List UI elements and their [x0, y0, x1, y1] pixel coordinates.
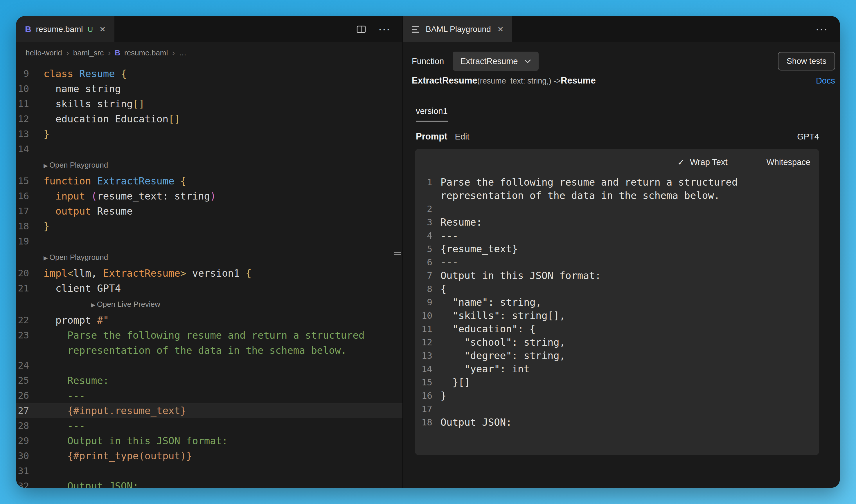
- editor-code-line[interactable]: 29Output in this JSON format:: [16, 433, 403, 448]
- editor-code-line[interactable]: 30{#print_type(output)}: [16, 448, 403, 463]
- prompt-line: 6---: [415, 255, 810, 269]
- code-text: class Resume {: [29, 66, 403, 81]
- code-text: {#print_type(output)}: [29, 448, 403, 463]
- prompt-card-toolbar: ✓ Wrap Text Whitespace: [415, 156, 810, 168]
- code-text: impl<llm, ExtractResume> version1 {: [29, 266, 403, 281]
- prompt-line: 13"degree": string,: [415, 349, 810, 362]
- editor-code-line[interactable]: 14: [16, 142, 403, 157]
- function-row: Function ExtractResume Show tests: [403, 51, 840, 71]
- line-number: 18: [415, 416, 432, 429]
- editor-pane: B resume.baml U ✕ ⋯ hello-world: [16, 16, 403, 488]
- line-number: 17: [415, 402, 432, 416]
- more-actions-icon[interactable]: ⋯: [815, 23, 827, 35]
- tab-version1[interactable]: version1: [416, 106, 448, 122]
- signature-arrow: ->: [551, 76, 561, 86]
- signature-return-type: Resume: [561, 75, 596, 86]
- breadcrumb-item-folder[interactable]: hello-world: [25, 49, 62, 57]
- docs-link[interactable]: Docs: [816, 76, 835, 86]
- code-text: Output JSON:: [29, 479, 403, 488]
- editor-code-line[interactable]: 9class Resume {: [16, 66, 403, 81]
- prompt-text: {: [432, 282, 810, 295]
- baml-file-icon: B: [25, 24, 31, 34]
- line-number: 17: [16, 203, 29, 219]
- prompt-text: Output in this JSON format:: [432, 269, 810, 282]
- code-text: prompt #": [29, 312, 403, 328]
- edit-link[interactable]: Edit: [455, 132, 469, 142]
- codelens-row[interactable]: ▶ Open Playground: [16, 249, 403, 266]
- prompt-text: Parse the following resume and return a …: [432, 176, 810, 202]
- editor-lines[interactable]: 9class Resume {10name string11skills str…: [16, 63, 403, 488]
- code-text: function ExtractResume {: [29, 174, 403, 188]
- line-number: 12: [16, 111, 29, 126]
- tab-baml-playground[interactable]: BAML Playground ✕: [403, 16, 512, 42]
- prompt-text: {resume_text}: [432, 242, 810, 255]
- editor-code-line[interactable]: 11skills string[]: [16, 96, 403, 111]
- editor-code-line[interactable]: 12education Education[]: [16, 111, 403, 126]
- breadcrumb-item-symbol[interactable]: …: [179, 49, 186, 57]
- editor-code-line[interactable]: 16input (resume_text: string): [16, 188, 403, 203]
- wrap-text-toggle[interactable]: Wrap Text: [690, 158, 727, 167]
- pane-resize-handle[interactable]: [394, 252, 401, 257]
- playground-tab-bar: BAML Playground ✕ ⋯: [403, 16, 840, 42]
- prompt-text: Output JSON:: [432, 416, 810, 429]
- line-number: 6: [415, 255, 432, 269]
- editor-code-line[interactable]: 31: [16, 463, 403, 479]
- prompt-text: "year": int: [432, 362, 810, 376]
- editor-code-line[interactable]: 17output Resume: [16, 203, 403, 219]
- editor-code-line[interactable]: 28---: [16, 418, 403, 433]
- line-number: 26: [16, 388, 29, 403]
- line-number: [16, 157, 29, 174]
- baml-file-icon: B: [115, 49, 120, 57]
- line-number: 10: [16, 81, 29, 96]
- editor-code-line[interactable]: 22prompt #": [16, 312, 403, 328]
- line-number: 21: [16, 281, 29, 296]
- editor-code-line[interactable]: 10name string: [16, 81, 403, 96]
- code-text: input (resume_text: string): [29, 188, 403, 203]
- more-actions-icon[interactable]: ⋯: [378, 23, 390, 35]
- whitespace-toggle[interactable]: Whitespace: [766, 158, 810, 167]
- editor-code-line[interactable]: 25Resume:: [16, 373, 403, 388]
- chevron-down-icon: [524, 59, 531, 63]
- line-number: 16: [415, 389, 432, 402]
- editor-code-line[interactable]: 15function ExtractResume {: [16, 174, 403, 188]
- line-number: 22: [16, 312, 29, 328]
- line-number: 20: [16, 266, 29, 281]
- editor-code-line[interactable]: 19: [16, 234, 403, 249]
- tab-resume-baml[interactable]: B resume.baml U ✕: [16, 16, 115, 42]
- show-tests-button[interactable]: Show tests: [778, 52, 835, 70]
- editor-code-line[interactable]: 27{#input.resume_text}: [16, 403, 403, 418]
- editor-code-line[interactable]: 23Parse the following resume and return …: [16, 328, 403, 358]
- prompt-text: "education": {: [432, 322, 810, 336]
- breadcrumb-item-file[interactable]: resume.baml: [124, 49, 168, 57]
- code-text: output Resume: [29, 203, 403, 219]
- chevron-right-icon: ›: [108, 48, 110, 58]
- line-number: 9: [415, 295, 432, 309]
- close-tab-icon[interactable]: ✕: [99, 25, 106, 34]
- split-editor-icon[interactable]: [357, 25, 366, 33]
- editor-code-line[interactable]: 18}: [16, 219, 403, 234]
- code-text: ▶ Open Playground: [29, 249, 403, 266]
- codelens-row[interactable]: ▶ Open Playground: [16, 157, 403, 174]
- editor-code-line[interactable]: 24: [16, 358, 403, 373]
- code-text: Output in this JSON format:: [29, 433, 403, 448]
- prompt-text: "school": string,: [432, 336, 810, 349]
- prompt-line: 17: [415, 402, 810, 416]
- editor-code-line[interactable]: 32Output JSON:: [16, 479, 403, 488]
- editor-code-line[interactable]: 26---: [16, 388, 403, 403]
- close-tab-icon[interactable]: ✕: [497, 25, 504, 34]
- line-number: 10: [415, 309, 432, 322]
- prompt-header: Prompt Edit GPT4: [403, 131, 840, 142]
- breadcrumb-item-folder[interactable]: baml_src: [73, 49, 104, 57]
- chevron-right-icon: ›: [66, 48, 69, 58]
- editor-code-line[interactable]: 20impl<llm, ExtractResume> version1 {: [16, 266, 403, 281]
- prompt-line: 18Output JSON:: [415, 416, 810, 429]
- playground-pane: BAML Playground ✕ ⋯ Function ExtractResu…: [403, 16, 840, 488]
- function-select-dropdown[interactable]: ExtractResume: [453, 52, 538, 71]
- prompt-text: [432, 202, 810, 215]
- code-text: ▶ Open Playground: [29, 157, 403, 174]
- editor-code-line[interactable]: 13}: [16, 126, 403, 142]
- line-number: 14: [16, 142, 29, 157]
- editor-code-line[interactable]: 21client GPT4: [16, 281, 403, 296]
- line-number: 3: [415, 215, 432, 229]
- codelens-row[interactable]: ▶ Open Live Preview: [16, 296, 403, 312]
